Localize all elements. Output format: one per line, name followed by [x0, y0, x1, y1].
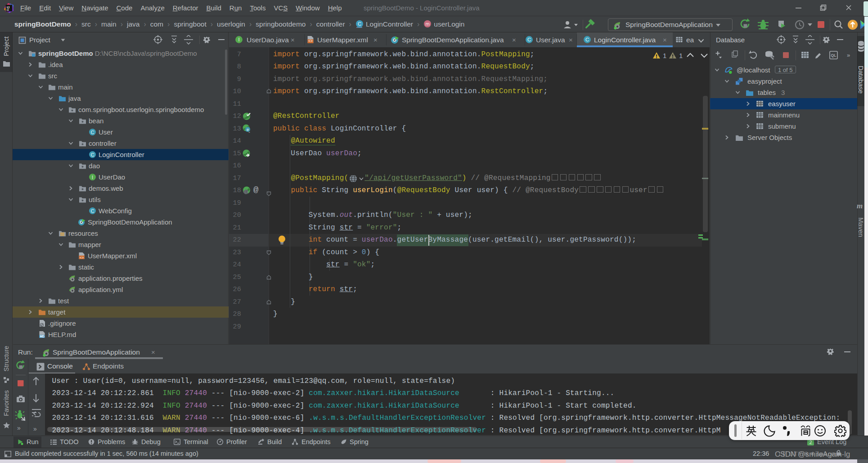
svg-text:C: C — [358, 21, 361, 27]
svg-text:QL: QL — [831, 53, 837, 58]
svg-text:m: m — [426, 21, 430, 27]
svg-text:e: e — [247, 127, 249, 132]
svg-text:1: 1 — [663, 52, 666, 59]
svg-text:»: » — [847, 52, 850, 58]
svg-text:IJ: IJ — [7, 5, 9, 9]
svg-text:1: 1 — [679, 52, 683, 59]
svg-text:»: » — [17, 424, 21, 432]
svg-text:2: 2 — [809, 440, 812, 445]
svg-text:»: » — [33, 425, 37, 432]
